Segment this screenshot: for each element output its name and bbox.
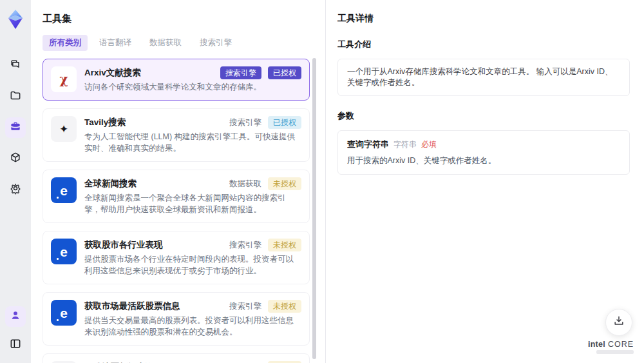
category-tag: 数据获取 <box>229 179 261 190</box>
param-desc: 用于搜索的Arxiv ID、关键字或作者姓名。 <box>347 155 620 166</box>
news-blue-icon: e <box>51 300 77 326</box>
category-tabs: 所有类别语言翻译数据获取搜索引擎 <box>43 35 325 51</box>
tool-details-panel: 工具详情 工具介绍 一个用于从Arxiv存储库搜索科学论文和文章的工具。 输入可… <box>326 0 644 363</box>
tool-card-2[interactable]: e全球新闻搜索全球新闻搜索是一个聚合全球各大新闻网站内容的搜索引擎，帮助用户快速… <box>43 170 310 223</box>
intro-heading: 工具介绍 <box>337 39 630 50</box>
collapse-panel-icon <box>9 337 22 353</box>
user-icon <box>9 309 22 324</box>
tools-panel: 工具集 所有类别语言翻译数据获取搜索引擎 χArxiv文献搜索访问各个研究领域大… <box>31 0 325 363</box>
tool-description: 全球新闻搜索是一个聚合全球各大新闻网站内容的搜索引擎，帮助用户快速获取全球最新资… <box>84 192 300 215</box>
status-badge: 未授权 <box>268 300 301 313</box>
details-title: 工具详情 <box>337 13 630 25</box>
tools-panel-title: 工具集 <box>43 13 325 25</box>
category-tag: 搜索引擎 <box>229 240 261 251</box>
tool-list: χArxiv文献搜索访问各个研究领域大量科学论文和文章的存储库。搜索引擎已授权✦… <box>43 59 310 363</box>
param-card: 查询字符串 字符串 必填 用于搜索的Arxiv ID、关键字或作者姓名。 <box>337 130 630 175</box>
news-blue-icon: e <box>51 177 77 203</box>
sidebar-bottom <box>0 306 31 355</box>
tab-3[interactable]: 搜索引擎 <box>193 35 238 51</box>
folder-icon <box>9 89 22 104</box>
tool-card-3[interactable]: e获取股市各行业表现提供股票市场各个行业在特定时间段内的表现。投资者可以利用这些… <box>43 231 310 284</box>
tab-1[interactable]: 语言翻译 <box>93 35 138 51</box>
tool-card-4[interactable]: e获取市场最活跃股票信息提供当天交易量最高的股票列表。投资者可以利用这些信息来识… <box>43 292 310 346</box>
brand-sub-bar <box>596 350 634 354</box>
intro-text: 一个用于从Arxiv存储库搜索科学论文和文章的工具。 输入可以是Arxiv ID… <box>337 59 630 96</box>
param-name: 查询字符串 <box>347 139 389 150</box>
arxiv-icon: χ <box>51 66 77 92</box>
app-logo-icon[interactable] <box>5 6 26 32</box>
list-scrollbar[interactable] <box>312 58 316 359</box>
tab-0[interactable]: 所有类别 <box>43 35 88 51</box>
left-sidebar <box>0 0 31 363</box>
sidebar-item-files[interactable] <box>5 86 26 107</box>
status-badge: 已授权 <box>268 66 301 79</box>
chat-icon <box>9 58 22 74</box>
brand-core: CORE <box>608 340 634 349</box>
cube-icon <box>9 151 22 166</box>
tool-tags: 数据获取未授权 <box>229 177 301 190</box>
sidebar-item-settings[interactable] <box>5 179 26 200</box>
sidebar-item-chat[interactable] <box>5 55 26 76</box>
status-badge: 已授权 <box>268 116 301 129</box>
tool-tags: 搜索引擎未授权 <box>229 239 301 251</box>
tool-tags: 搜索引擎未授权 <box>229 300 301 313</box>
tab-2[interactable]: 数据获取 <box>143 35 188 51</box>
category-tag: 搜索引擎 <box>220 66 261 79</box>
tool-card-0[interactable]: χArxiv文献搜索访问各个研究领域大量科学论文和文章的存储库。搜索引擎已授权 <box>43 59 310 101</box>
tool-card-1[interactable]: ✦Tavily搜索专为人工智能代理 (LLM) 构建的搜索引擎工具。可快速提供实… <box>43 108 310 162</box>
sidebar-item-tools[interactable] <box>5 117 26 138</box>
download-icon <box>612 315 625 330</box>
sidebar-nav <box>5 55 26 200</box>
params-heading: 参数 <box>337 110 630 122</box>
param-head: 查询字符串 字符串 必填 <box>347 139 620 150</box>
tool-tags: 搜索引擎已授权 <box>229 116 301 129</box>
app-window: 工具集 所有类别语言翻译数据获取搜索引擎 χArxiv文献搜索访问各个研究领域大… <box>0 0 644 363</box>
download-button[interactable] <box>605 309 632 336</box>
tool-description: 访问各个研究领域大量科学论文和文章的存储库。 <box>84 81 300 93</box>
param-type: 字符串 <box>393 139 417 150</box>
brand-intel: intel <box>588 340 605 349</box>
sidebar-item-account[interactable] <box>5 306 26 327</box>
star-icon: ✦ <box>51 116 77 142</box>
tool-card-5[interactable]: 万维地区新闻查询查询具体行政区划内的新闻，快速了解各地新闻动搜索引擎未授权 <box>43 353 310 363</box>
tool-tags: 搜索引擎已授权 <box>220 66 301 79</box>
news-blue-icon: e <box>51 239 77 264</box>
toolbox-icon <box>9 120 22 135</box>
category-tag: 搜索引擎 <box>229 117 261 128</box>
gear-icon <box>9 182 22 197</box>
param-required-badge: 必填 <box>421 139 437 150</box>
sidebar-item-collapse[interactable] <box>5 335 26 355</box>
intel-core-logo: intel CORE <box>588 340 634 354</box>
tool-description: 提供当天交易量最高的股票列表。投资者可以利用这些信息来识别流动性强的股票和潜在的… <box>84 315 300 338</box>
category-tag: 搜索引擎 <box>229 301 261 312</box>
tool-description: 专为人工智能代理 (LLM) 构建的搜索引擎工具。可快速提供实时、准确和真实的结… <box>84 131 300 154</box>
sidebar-item-packages[interactable] <box>5 148 26 169</box>
tool-description: 提供股票市场各个行业在特定时间段内的表现。投资者可以利用这些信息来识别表现优于或… <box>84 253 300 277</box>
status-badge: 未授权 <box>268 177 301 190</box>
status-badge: 未授权 <box>268 239 301 251</box>
